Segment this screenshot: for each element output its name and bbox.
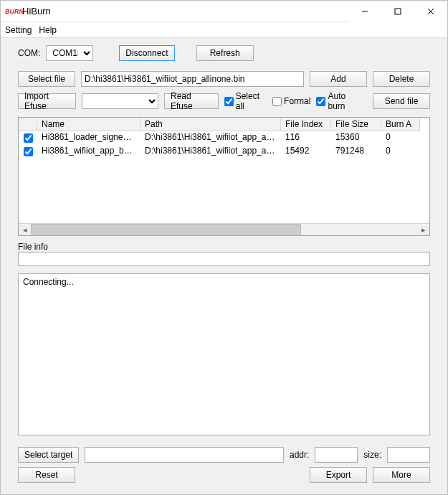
close-button[interactable] [414,1,447,22]
scroll-left-icon[interactable]: ◂ [19,224,31,236]
table-row[interactable]: Hi3861_loader_signed.binD:\hi3861\Hi3861… [19,131,429,145]
addr-input[interactable] [315,447,358,463]
hiburn-window: BURN HiBurn Setting Help COM: COM18 Disc… [0,0,448,495]
formal-input[interactable] [272,97,282,106]
auto-burn-label: Auto burn [328,91,361,111]
select-all-label: Select all [236,91,267,111]
cell-file-index: 116 [281,131,331,145]
cell-path: D:\hi3861\Hi3861_wifiiot_app_allinon... [140,145,281,159]
cell-name: Hi3861_loader_signed.bin [37,131,140,145]
select-file-button[interactable]: Select file [18,71,75,87]
svg-rect-1 [395,9,401,14]
com-port-select[interactable]: COM18 [46,45,93,61]
col-name[interactable]: Name [37,118,140,131]
disconnect-button[interactable]: Disconnect [119,45,174,61]
cell-burn-addr: 0 [381,131,420,145]
import-efuse-button[interactable]: Import Efuse [18,93,76,109]
delete-button[interactable]: Delete [373,71,430,87]
file-info-label: File info [18,242,430,252]
add-button[interactable]: Add [310,71,367,87]
col-path[interactable]: Path [140,118,281,131]
cell-burn-addr: 0 [381,145,420,159]
file-info-box [18,252,430,266]
maximize-button[interactable] [381,1,414,22]
select-target-button[interactable]: Select target [18,447,79,463]
row-checkbox[interactable] [24,147,33,156]
more-button[interactable]: More [373,467,430,483]
cell-file-size: 15360 [331,131,381,145]
cell-path: D:\hi3861\Hi3861_wifiiot_app_allinon... [140,131,281,145]
col-file-index[interactable]: File Index [281,118,331,131]
client-area: COM: COM18 Disconnect Refresh Select fil… [1,38,447,494]
addr-label: addr: [290,450,309,460]
maximize-icon [394,8,401,15]
size-label: size: [363,450,381,460]
reset-button[interactable]: Reset [18,467,75,483]
table-header: Name Path File Index File Size Burn A [19,118,429,131]
auto-burn-checkbox[interactable]: Auto burn [316,91,361,111]
cell-file-size: 791248 [331,145,381,159]
auto-burn-input[interactable] [316,97,325,106]
row-checkbox[interactable] [24,133,33,143]
target-input[interactable] [85,447,284,463]
com-label: COM: [18,48,40,58]
menubar: Setting Help [1,22,447,38]
select-all-checkbox[interactable]: Select all [224,91,267,111]
formal-label: Formal [284,96,310,106]
col-file-size[interactable]: File Size [331,118,381,131]
file-path-input[interactable] [81,71,304,87]
scroll-right-icon[interactable]: ▸ [417,224,429,236]
menu-setting[interactable]: Setting [5,25,32,35]
table-row[interactable]: Hi3861_wifiiot_app_burn...D:\hi3861\Hi38… [19,145,429,159]
col-burn-addr[interactable]: Burn A [381,118,420,131]
log-output[interactable]: Connecting... [18,273,430,435]
col-check[interactable] [19,118,37,131]
table-body: Hi3861_loader_signed.binD:\hi3861\Hi3861… [19,131,429,223]
export-button[interactable]: Export [310,467,367,483]
refresh-button[interactable]: Refresh [196,45,254,61]
minimize-button[interactable] [348,1,381,22]
send-file-button[interactable]: Send file [373,93,430,109]
titlebar: BURN HiBurn [1,1,447,22]
cell-file-index: 15492 [281,145,331,159]
window-controls [348,1,447,22]
horizontal-scrollbar[interactable]: ◂ ▸ [19,223,429,235]
size-input[interactable] [387,447,430,463]
formal-checkbox[interactable]: Formal [272,96,310,106]
efuse-select[interactable] [82,93,158,109]
close-icon [427,8,434,15]
cell-name: Hi3861_wifiiot_app_burn... [37,145,140,159]
select-all-input[interactable] [224,97,234,106]
file-table: Name Path File Index File Size Burn A Hi… [18,117,430,236]
minimize-icon [361,8,368,15]
menu-help[interactable]: Help [39,25,57,35]
scroll-track[interactable] [31,224,417,236]
read-efuse-button[interactable]: Read Efuse [164,93,219,109]
window-title: HiBurn [22,6,348,16]
log-text: Connecting... [23,277,74,287]
app-icon: BURN [5,6,19,17]
scroll-thumb[interactable] [31,224,301,235]
